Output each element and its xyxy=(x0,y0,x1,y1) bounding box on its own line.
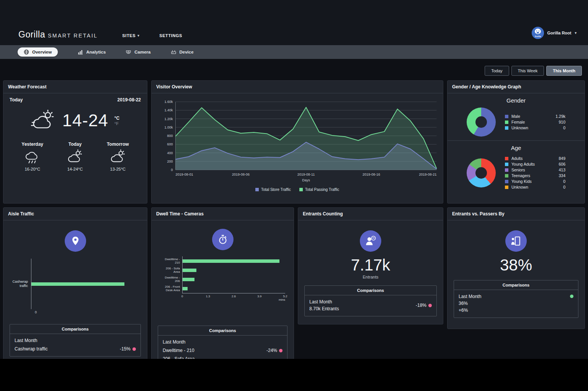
card-title: Visitor Overview xyxy=(152,81,443,93)
legend-row: Unknown0 xyxy=(505,185,565,189)
age-donut-chart xyxy=(467,158,496,187)
legend-swatch xyxy=(299,188,303,191)
comparison-period: Last Month xyxy=(15,337,136,344)
nav-sites[interactable]: SITES ▾ xyxy=(122,33,139,38)
svg-text:1.00k: 1.00k xyxy=(164,125,173,129)
legend-label: Total Store Traffic xyxy=(261,187,291,192)
svg-text:800: 800 xyxy=(167,134,173,138)
axis-tick: 0 xyxy=(35,310,37,314)
svg-text:600: 600 xyxy=(167,142,173,146)
avatar: Gorilla xyxy=(532,27,544,39)
comparison-value: 36% xyxy=(459,300,573,307)
trend-down-dot xyxy=(279,349,283,352)
bar xyxy=(183,287,188,290)
legend-item: Total Store Traffic xyxy=(255,187,291,192)
comparison-delta: -18% xyxy=(416,303,432,308)
section-tabs: Overview Analytics Camera Device xyxy=(0,45,588,59)
card-title: Gender / Age Knowledge Graph xyxy=(448,81,585,93)
comparison-period: Last Month xyxy=(163,339,283,345)
comparison-value: 8.70k Entrants xyxy=(309,305,339,312)
comparisons-box: Comparisons Last Month Dwelltime - 210 -… xyxy=(158,326,287,359)
tab-device[interactable]: Device xyxy=(171,49,194,55)
legend-label: Female xyxy=(511,120,549,124)
bar-axis: 01.32.63.95.2mins xyxy=(182,293,285,301)
visitor-overview-card: Visitor Overview 02004006008001.00k1.20k… xyxy=(151,80,443,204)
axis-unit: mins xyxy=(279,298,285,301)
legend-swatch xyxy=(505,186,508,189)
axis-tick: 5.2 xyxy=(283,295,287,298)
weather-day-yesterday: Yesterday 16-20°C xyxy=(21,142,43,171)
legend-value: 0 xyxy=(552,185,565,189)
age-legend: Adults849Young Adults606Seniors413Teenag… xyxy=(505,155,565,191)
bar-row: Dwelltime - 206 xyxy=(160,275,285,284)
filter-today-button[interactable]: Today xyxy=(485,66,509,76)
legend-swatch xyxy=(505,157,508,160)
camera-icon xyxy=(126,49,131,55)
svg-text:2019-08-06: 2019-08-06 xyxy=(232,173,250,176)
legend-value: 849 xyxy=(552,156,565,161)
svg-text:400: 400 xyxy=(167,151,173,155)
svg-text:1.40k: 1.40k xyxy=(164,108,173,112)
card-title: Weather Forecast xyxy=(3,81,147,93)
user-menu[interactable]: Gorilla Gorilla Root ▾ xyxy=(532,27,577,40)
gorilla-logo-icon: Gorilla xyxy=(532,27,544,39)
comparisons-title: Comparisons xyxy=(158,326,287,336)
entrants-unit: Entrants xyxy=(363,275,379,279)
trend-down-dot xyxy=(132,347,136,351)
weather-day-range: 13-25°C xyxy=(110,167,126,171)
gender-title: Gender xyxy=(454,97,578,104)
comparisons-title: Comparisons xyxy=(305,286,436,295)
weather-date: 2019-08-22 xyxy=(118,97,141,103)
legend-label: Male xyxy=(511,114,549,119)
svg-text:2019-08-11: 2019-08-11 xyxy=(297,173,315,176)
dashboard-content: Today This Week This Month Weather Forec… xyxy=(0,59,588,359)
legend-value: 0 xyxy=(552,125,565,130)
filter-this-week-button[interactable]: This Week xyxy=(511,66,544,76)
filter-this-month-button[interactable]: This Month xyxy=(546,66,582,76)
comparisons-box: Comparisons Last Month Cashwrap traffic … xyxy=(10,324,141,357)
legend-swatch xyxy=(505,174,508,178)
passers-icon-badge xyxy=(505,230,527,252)
axis-tick: 2.6 xyxy=(232,295,236,298)
tab-overview[interactable]: Overview xyxy=(18,47,58,57)
aisle-traffic-card: Aisle Traffic Cashwrap traffic xyxy=(3,207,147,359)
brand-name: Gorilla xyxy=(18,29,45,40)
tab-camera[interactable]: Camera xyxy=(126,49,150,55)
main-nav: SITES ▾ SETTINGS xyxy=(122,33,182,40)
gender-donut-chart xyxy=(467,108,496,137)
dwell-bar-chart: Dwelltime - 210206 - Sofa AreaDwelltime … xyxy=(158,256,287,301)
bar xyxy=(183,269,196,272)
entrants-counting-card: Entrants Counting 99 7.17k Entrants Comp… xyxy=(298,207,443,324)
legend-row: Young Kids0 xyxy=(505,179,565,184)
axis-tick: 0 xyxy=(181,295,183,298)
svg-text:1.20k: 1.20k xyxy=(164,117,173,121)
svg-text:1.60k: 1.60k xyxy=(164,100,173,104)
comparison-delta: +6% xyxy=(459,307,573,314)
chart-legend: Total Store TrafficTotal Passing Traffic xyxy=(155,187,439,192)
weather-forecast-card: Weather Forecast Today 2019-08-22 14 xyxy=(3,80,147,204)
legend-swatch xyxy=(255,188,259,191)
tab-analytics[interactable]: Analytics xyxy=(78,49,106,55)
delta-value: -15% xyxy=(120,346,131,352)
nav-settings[interactable]: SETTINGS xyxy=(159,33,182,38)
svg-text:2019-08-16: 2019-08-16 xyxy=(363,173,380,176)
legend-row: Unknown0 xyxy=(505,125,565,130)
legend-label: Teenagers xyxy=(511,173,549,178)
person-counter-icon: 99 xyxy=(365,235,376,247)
svg-text:200: 200 xyxy=(167,160,173,163)
topbar: Gorilla SMART RETAIL SITES ▾ SETTINGS Go… xyxy=(0,0,588,45)
sun-cloud-icon xyxy=(110,149,126,165)
legend-row: Young Adults606 xyxy=(505,162,565,166)
chevron-down-icon: ▾ xyxy=(137,34,139,37)
card-title: Aisle Traffic xyxy=(3,208,147,220)
legend-swatch xyxy=(505,163,508,166)
nav-sites-label: SITES xyxy=(122,33,136,38)
tab-camera-label: Camera xyxy=(134,50,150,54)
delta-value: -24% xyxy=(266,347,277,354)
legend-label: Young Kids xyxy=(511,179,549,184)
brand-logo[interactable]: Gorilla SMART RETAIL xyxy=(18,29,98,40)
comparison-period: Last Month xyxy=(309,298,339,305)
axis-tick: 3.9 xyxy=(257,295,261,298)
entrants-value: 7.17k xyxy=(351,256,390,274)
sun-cloud-icon xyxy=(31,109,56,132)
